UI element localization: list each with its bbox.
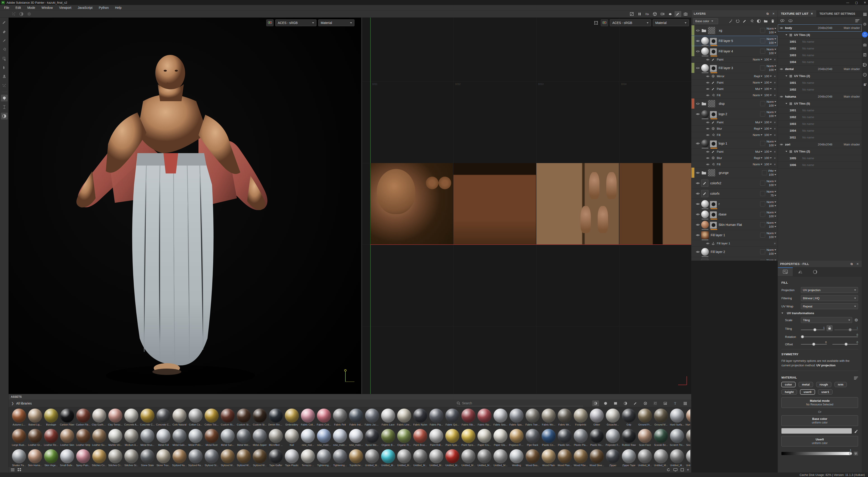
- layer-row[interactable]: Fill layer 4Norm100: [691, 46, 778, 57]
- layer-name[interactable]: Fill layer 3: [719, 66, 760, 70]
- share-icon[interactable]: [862, 32, 868, 37]
- menu-help[interactable]: Help: [112, 5, 124, 10]
- effect-opacity-select[interactable]: 100: [764, 58, 772, 61]
- asset-item[interactable]: Paint Spra...: [461, 429, 475, 448]
- asset-item[interactable]: Zipper Tape: [622, 449, 636, 468]
- asset-item[interactable]: Microfiber ...: [269, 429, 283, 448]
- asset-item[interactable]: Untitled_M...: [654, 449, 668, 468]
- asset-item[interactable]: Tape Plastic: [285, 449, 299, 468]
- asset-item[interactable]: Bandage: [44, 409, 58, 428]
- layer-row[interactable]: dispNorm100: [691, 99, 778, 109]
- selection-tool[interactable]: [1, 55, 8, 62]
- display-assets-icon[interactable]: [673, 468, 677, 471]
- asset-item[interactable]: Fabric Spa...: [509, 409, 524, 428]
- asset-item[interactable]: Stylized W...: [220, 449, 235, 468]
- eye-icon[interactable]: [780, 67, 783, 71]
- remove-effect-button[interactable]: ×: [774, 121, 776, 124]
- materials-filter-icon[interactable]: [592, 401, 599, 406]
- scale-select[interactable]: Tiling: [801, 317, 852, 323]
- asset-item[interactable]: Stylized St...: [204, 449, 219, 468]
- layers-fill-icon[interactable]: [749, 19, 754, 23]
- asset-item[interactable]: Untitled_M...: [429, 449, 443, 468]
- filtering-select[interactable]: Bilinear | HQ: [801, 295, 858, 301]
- eye-icon[interactable]: [706, 150, 710, 154]
- asset-item[interactable]: Stitches Cr...: [108, 449, 123, 468]
- effect-name[interactable]: Blur: [717, 156, 754, 160]
- asset-item[interactable]: Scan Face: [638, 429, 652, 448]
- effect-blend-select[interactable]: Norm: [753, 163, 763, 166]
- eye-icon[interactable]: [706, 156, 710, 160]
- asset-item[interactable]: new_mate...: [333, 429, 347, 448]
- asset-item[interactable]: Untitled_M...: [381, 449, 395, 468]
- blend-mode-select[interactable]: Norm: [767, 248, 776, 251]
- asset-item[interactable]: Fabric Lace: [381, 409, 395, 428]
- asset-item[interactable]: new_mate...: [349, 429, 363, 448]
- effect-name[interactable]: Mirror: [717, 74, 754, 78]
- resize-thumbnails-icon[interactable]: [681, 468, 684, 471]
- eye-icon[interactable]: [706, 127, 710, 131]
- asset-item[interactable]: Stone Slate: [140, 449, 155, 468]
- layer-name[interactable]: disp: [719, 102, 760, 105]
- eye-icon[interactable]: [706, 94, 710, 97]
- layers-folder-icon[interactable]: [764, 19, 768, 23]
- asset-item[interactable]: Paper Gla...: [493, 429, 508, 448]
- opacity-select[interactable]: 100: [769, 144, 776, 147]
- log-icon[interactable]: [862, 53, 867, 57]
- uv-tile-row[interactable]: 1002No name: [778, 114, 862, 121]
- uv-tile-row[interactable]: 1003No name: [778, 52, 862, 59]
- layer-row[interactable]: Fill layer 3Norm100: [691, 63, 778, 73]
- uv-tile-row[interactable]: 1001No name: [778, 79, 862, 86]
- asset-item[interactable]: Fabric Sea...: [493, 409, 508, 428]
- layer-name[interactable]: grunge: [719, 171, 762, 175]
- layer-effect-row[interactable]: PaintMul100×: [691, 86, 778, 92]
- blend-mode-select[interactable]: Norm: [767, 27, 776, 30]
- measure-tool[interactable]: [1, 104, 8, 110]
- asset-item[interactable]: Tightening...: [317, 449, 331, 468]
- eye-icon[interactable]: [706, 133, 710, 137]
- eye-icon[interactable]: [706, 58, 710, 61]
- asset-item[interactable]: Untitled_M...: [365, 449, 379, 468]
- effect-opacity-select[interactable]: 100: [764, 74, 772, 78]
- asset-item[interactable]: Fabric Twe...: [525, 409, 540, 428]
- effect-opacity-select[interactable]: 100: [764, 127, 772, 130]
- effect-opacity-select[interactable]: 100: [764, 81, 772, 84]
- uv-tiles-header[interactable]: UV Tiles (5): [778, 100, 862, 107]
- tiling-x-slider[interactable]: [801, 330, 825, 330]
- asset-item[interactable]: Plastic Co...: [541, 429, 556, 448]
- asset-item[interactable]: Leather Su...: [92, 429, 106, 448]
- opacity-select[interactable]: 100: [769, 214, 776, 218]
- display-icon[interactable]: [862, 62, 867, 67]
- asset-item[interactable]: Plastic Ro...: [590, 429, 604, 448]
- asset-item[interactable]: Stylized W...: [252, 449, 267, 468]
- smart-masks-filter-icon[interactable]: [612, 401, 619, 406]
- effect-blend-select[interactable]: Repl: [754, 74, 763, 78]
- menu-file[interactable]: File: [1, 5, 12, 10]
- layers-paint-icon[interactable]: [743, 19, 747, 23]
- asset-item[interactable]: Topstitche...: [349, 449, 363, 468]
- rotation-slider[interactable]: [801, 337, 858, 337]
- effect-name[interactable]: Fill: [717, 163, 753, 166]
- channel-chip-color[interactable]: color: [781, 382, 796, 387]
- asset-item[interactable]: Paper Cru...: [477, 429, 492, 448]
- effect-blend-select[interactable]: Norm: [753, 94, 763, 97]
- layer-row[interactable]: logo 1Norm100: [691, 138, 778, 148]
- paint-tool[interactable]: [1, 19, 8, 26]
- symmetry-settings-icon[interactable]: [26, 11, 33, 17]
- asset-item[interactable]: Untitled_M...: [413, 449, 428, 468]
- blend-mode-select[interactable]: Norm: [767, 232, 776, 235]
- material-mode-button[interactable]: Material modeNo Resource Selected: [781, 397, 858, 408]
- asset-item[interactable]: Paint Roll...: [429, 429, 443, 448]
- rotation-value[interactable]: 0: [801, 333, 858, 337]
- asset-item[interactable]: Wood Fibe...: [574, 449, 588, 468]
- asset-item[interactable]: Wood Slive...: [590, 449, 604, 468]
- layer-row[interactable]: Fill layer 2Norm100: [691, 247, 778, 257]
- asset-item[interactable]: Spray Pain...: [76, 449, 90, 468]
- history-icon[interactable]: [862, 72, 867, 77]
- effect-opacity-select[interactable]: 100: [764, 163, 772, 166]
- eye-icon[interactable]: [694, 250, 701, 254]
- material-options-icon[interactable]: [854, 376, 858, 380]
- effect-name[interactable]: Fill layer 1: [717, 242, 774, 245]
- eye-icon[interactable]: [706, 242, 710, 245]
- asset-item[interactable]: Zipper: [606, 449, 620, 468]
- effect-blend-select[interactable]: Mul: [755, 87, 763, 91]
